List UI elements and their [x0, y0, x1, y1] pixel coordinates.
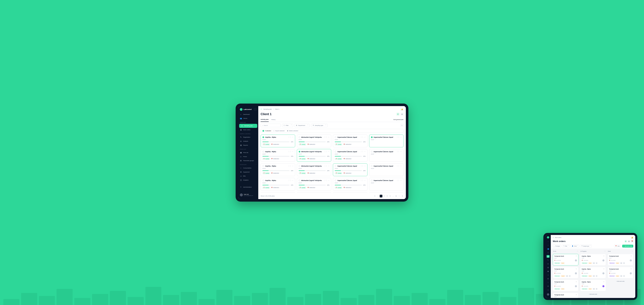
- more-icon[interactable]: ⋯: [364, 136, 366, 138]
- nav-work-orders[interactable]: ▤Work orders: [238, 128, 258, 132]
- checkbox[interactable]: [299, 180, 300, 181]
- sidebar-collapse-button[interactable]: ‹: [254, 108, 256, 111]
- nav-price-list[interactable]: ▦Price list: [238, 151, 258, 155]
- more-icon[interactable]: ⋯: [292, 136, 293, 138]
- more-icon[interactable]: ⋯: [603, 281, 604, 283]
- nav-reports[interactable]: ▤: [546, 266, 550, 269]
- edit-general-plan-link[interactable]: Edit general plan: [394, 119, 404, 120]
- page-first-button[interactable]: ⇤: [374, 195, 376, 197]
- drag-handle-icon[interactable]: ⋮⋮: [396, 165, 400, 167]
- nav-prices[interactable]: ◇Prices: [238, 155, 258, 159]
- work-order-card[interactable]: Osječka - Rijeka⋯ #1237 📅31/11/2023 Clie…: [580, 280, 606, 291]
- nav-administration[interactable]: ⚐Administration: [238, 185, 258, 189]
- more-icon[interactable]: ⋯: [292, 165, 293, 167]
- checkbox[interactable]: [371, 151, 373, 152]
- drag-handle-icon[interactable]: ⋮⋮: [324, 151, 327, 152]
- nav-clients[interactable]: 👥: [546, 248, 550, 250]
- work-order-card[interactable]: Trešnjevka South⋯ #1237 📅31/11/2023 Clie…: [553, 254, 578, 266]
- sidebar-expand-button[interactable]: ›: [546, 240, 550, 243]
- more-icon[interactable]: ⋯: [576, 281, 577, 283]
- more-icon[interactable]: ⋯: [630, 268, 632, 270]
- client-dropdown[interactable]: 👤Client˅: [571, 245, 579, 248]
- user-profile[interactable]: [546, 292, 550, 297]
- more-icon[interactable]: ⋯: [630, 255, 632, 257]
- more-icon[interactable]: ⋯: [364, 180, 366, 181]
- add-work-order-button[interactable]: + Add work order: [608, 280, 633, 283]
- tab-history[interactable]: History: [271, 117, 276, 122]
- drag-handle-icon[interactable]: ⋮⋮: [324, 136, 327, 138]
- checkbox[interactable]: [299, 165, 300, 167]
- drag-handle-icon[interactable]: ⋮⋮: [324, 180, 327, 181]
- nav-prices[interactable]: ◇: [546, 274, 550, 276]
- nav-clients[interactable]: 👥Clients: [238, 116, 258, 120]
- nav-equipment[interactable]: ⚙: [546, 285, 550, 288]
- nav-consumables[interactable]: ○Consumables: [238, 166, 258, 170]
- filter-dropdown[interactable]: ▽Filter˅: [282, 124, 293, 127]
- delete-selected-button[interactable]: 🗑Delete selected: [287, 130, 298, 132]
- search-input[interactable]: ⌕Search: [260, 124, 281, 127]
- section-price-list[interactable]: PRICE LIST˅: [238, 147, 258, 151]
- section-inventory[interactable]: INVENTORY˅: [238, 163, 258, 166]
- nav-bills[interactable]: ▭: [546, 289, 550, 291]
- notifications-button[interactable]: 🔔: [400, 108, 404, 111]
- checkbox[interactable]: [335, 165, 336, 167]
- calendar-view-button[interactable]: 📅: [631, 240, 633, 243]
- more-icon[interactable]: ⋯: [400, 151, 402, 152]
- search-input[interactable]: ⌕Prototype: [553, 245, 561, 248]
- section-sampling[interactable]: SAMPLING˅: [238, 120, 258, 124]
- work-order-card[interactable]: Osječka - Rijeka⋯ #1237 📅31/11/2023 Clie…: [580, 254, 606, 266]
- more-icon[interactable]: ⋯: [400, 180, 402, 181]
- more-icon[interactable]: ⋯: [576, 294, 577, 296]
- nav-registration[interactable]: ✎: [546, 259, 550, 262]
- nav-equipment[interactable]: ⚙Equipment: [238, 170, 258, 174]
- more-icon[interactable]: ⋯: [576, 268, 577, 270]
- plan-card[interactable]: ✓Supermarket Čakovec Zapad⋮⋮⋯ #1237: [369, 135, 404, 147]
- work-order-card[interactable]: Trešnjevka South⋯ #1237 📅31/11/2023 Clie…: [553, 267, 578, 278]
- plan-card[interactable]: Minimarket Zagreb Trešnjevka⋮⋮⋯ #1237 22…: [297, 163, 332, 176]
- checkbox[interactable]: [335, 151, 336, 152]
- plan-card[interactable]: Supermarket Čakovec Zapad⋮⋮⋯ #1237 22% 📍…: [333, 163, 368, 176]
- add-work-order-button[interactable]: + Add work order: [580, 293, 606, 296]
- nav-sampling-plan[interactable]: ▢Sampling plan: [239, 124, 257, 128]
- plan-card[interactable]: Supermarket Čakovec Zapad⋮⋮⋯ #1237 22% 📍…: [333, 135, 368, 147]
- drag-handle-icon[interactable]: ⋮⋮: [396, 151, 400, 152]
- checkbox[interactable]: [371, 165, 373, 167]
- page-number[interactable]: 3: [386, 195, 388, 197]
- user-profile[interactable]: Ivan Ivić ivan.ivic@gmail.com: [238, 192, 258, 198]
- grid-view-button[interactable]: ⊞: [396, 113, 400, 116]
- checkbox[interactable]: [262, 165, 264, 167]
- more-icon[interactable]: ⋯: [328, 180, 330, 181]
- plan-card[interactable]: Minimarket Zagreb Trešnjevka⋮⋮⋯ #1237 22…: [297, 135, 332, 147]
- plan-card[interactable]: ✓Minimarket Zagreb Trešnjevka⋮⋮⋯ #1237 2…: [297, 149, 332, 162]
- checkbox[interactable]: [299, 136, 300, 138]
- plan-card[interactable]: Supermarket Čakovec Zapad⋮⋮⋯ #1237 22% 📍…: [333, 149, 368, 162]
- page-number[interactable]: 4: [389, 195, 392, 197]
- export-button[interactable]: ⤓: [400, 124, 404, 127]
- checkbox[interactable]: [371, 180, 373, 181]
- nav-sampling-plan[interactable]: ▢: [546, 251, 550, 254]
- drag-handle-icon[interactable]: ⋮⋮: [360, 136, 364, 138]
- plan-card[interactable]: Osječka - Rijeka⋮⋮⋯ #1237 22% 📍Opatija📅0…: [260, 163, 295, 176]
- nav-bills[interactable]: ▭Bills: [238, 174, 258, 178]
- checkbox[interactable]: ✓: [299, 151, 300, 152]
- drag-handle-icon[interactable]: ⋮⋮: [396, 180, 400, 181]
- more-icon[interactable]: ⋯: [364, 165, 366, 167]
- more-icon[interactable]: ⋯: [292, 180, 293, 181]
- checkbox[interactable]: [335, 136, 336, 138]
- plan-card[interactable]: Osječka - Rijeka⋮⋮⋯ #1237 22% 📍Opatija📅0…: [260, 149, 295, 162]
- nav-dashboard[interactable]: ⌂: [546, 244, 550, 247]
- plan-card[interactable]: ✓Osječka - Rijeka⋮⋮⋯ #1237 22% 📍Opatija📅…: [260, 135, 295, 147]
- nav-analysis[interactable]: ◎: [546, 263, 550, 265]
- export-selected-button[interactable]: ⤓Export selected: [273, 130, 284, 132]
- nav-registration[interactable]: ✎Registration: [238, 135, 258, 139]
- work-order-card[interactable]: Trešnjevka South⋯ #1237 📅31/11/2023 Clie…: [553, 280, 578, 291]
- nav-dashboard[interactable]: ⌂Dashboard: [238, 112, 258, 116]
- column-menu-button[interactable]: ⋯: [632, 251, 633, 252]
- page-prev-button[interactable]: ‹: [377, 195, 379, 197]
- sampling-type-dropdown[interactable]: ⚗Sampling type˅: [311, 124, 328, 127]
- more-icon[interactable]: ⋯: [603, 255, 604, 257]
- more-icon[interactable]: ⋯: [328, 165, 330, 167]
- department-dropdown[interactable]: ⊞Department˅: [294, 124, 310, 127]
- add-work-order-button[interactable]: +Add work order: [622, 245, 633, 248]
- nav-analysis[interactable]: ◎Analysis: [238, 139, 258, 143]
